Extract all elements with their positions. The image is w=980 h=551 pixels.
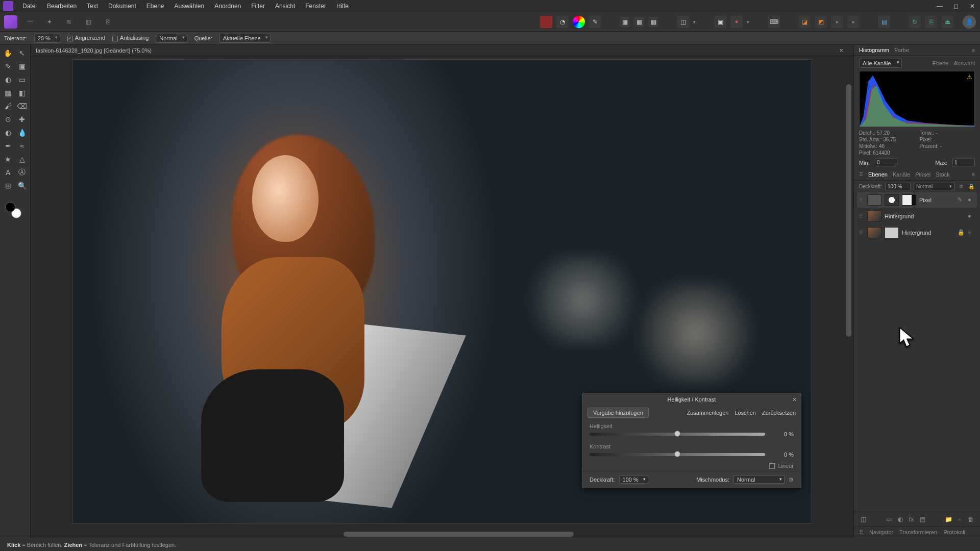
horizontal-scrollbar[interactable]	[31, 531, 853, 538]
add-mask-icon[interactable]: ▭	[885, 515, 893, 523]
dialog-close-icon[interactable]: ✕	[792, 396, 797, 403]
text-tool-icon[interactable]: A	[2, 166, 14, 179]
tab-channels[interactable]: Kanäle	[893, 171, 910, 178]
layer-thumb-icon[interactable]	[867, 211, 881, 222]
color-wheel-icon[interactable]	[573, 16, 585, 28]
persona-photo-icon[interactable]: 〰	[23, 15, 37, 29]
adjustment-thumb-icon[interactable]	[885, 194, 899, 206]
layer-row[interactable]: ⠿ Hintergrund ●	[857, 209, 977, 224]
tab-history[interactable]: Protokoll	[943, 529, 965, 536]
tab-histogram[interactable]: Histogramm	[859, 47, 889, 53]
layer-thumb-icon[interactable]	[867, 194, 881, 206]
frame-text-tool-icon[interactable]: Ⓐ	[16, 166, 29, 179]
min-input[interactable]	[875, 159, 897, 166]
vector-tool-icon[interactable]: △	[16, 153, 29, 165]
heal-tool-icon[interactable]: ✚	[16, 113, 29, 126]
brightness-slider[interactable]	[590, 433, 765, 436]
document-tab[interactable]: fashion-6146328_1920.jpg [Geändert] (75.…	[36, 47, 152, 54]
document-close-icon[interactable]: ×	[839, 46, 843, 54]
layer-lock-icon[interactable]: 🔒	[968, 183, 975, 190]
menu-edit[interactable]: Bearbeiten	[47, 3, 77, 10]
layer-row[interactable]: ⠿ Pixel ✎ ●	[857, 192, 977, 208]
paint-brush-tool-icon[interactable]: 🖌	[2, 100, 14, 112]
pen-tool-icon[interactable]: ✒	[2, 140, 14, 152]
autocontrast-icon[interactable]: ✎	[589, 16, 601, 28]
linear-checkbox[interactable]	[769, 463, 775, 469]
mesh-tool-icon[interactable]: ⊞	[2, 180, 14, 192]
menu-help[interactable]: Hilfe	[336, 3, 349, 10]
arrange-front-icon[interactable]: ◩	[815, 16, 827, 28]
dodge-tool-icon[interactable]: ◐	[2, 127, 14, 139]
layer-drag-icon[interactable]: ⠿	[859, 214, 864, 219]
menu-filter[interactable]: Filter	[251, 3, 265, 10]
mode-select[interactable]: Normal	[156, 34, 187, 43]
selection-brush-tool-icon[interactable]: ◐	[2, 73, 14, 86]
delete-button[interactable]: Löschen	[734, 410, 756, 416]
layer-visible-icon[interactable]: ●	[968, 196, 975, 204]
delete-layer-icon[interactable]: 🗑	[967, 515, 975, 523]
layer-name[interactable]: Pixel	[919, 197, 954, 203]
move-tool-icon[interactable]: ↖	[16, 47, 29, 59]
add-adjustment-icon[interactable]: ◐	[896, 515, 904, 523]
merge-button[interactable]: Zusammenlegen	[687, 410, 728, 416]
tab-transform[interactable]: Transformieren	[899, 529, 937, 536]
layer-thumb2-icon[interactable]	[885, 227, 899, 238]
add-live-icon[interactable]: ▤	[919, 515, 927, 523]
panel-drag-icon[interactable]: ⠿	[859, 171, 863, 178]
hand-tool-icon[interactable]: ✋	[2, 47, 14, 59]
sync1-icon[interactable]: ↻	[909, 16, 921, 28]
erase-tool-icon[interactable]: ⌫	[16, 100, 29, 112]
menu-select[interactable]: Auswählen	[174, 3, 204, 10]
zoom-tool-icon[interactable]: 🔍	[16, 180, 29, 192]
contrast-slider[interactable]	[590, 453, 765, 456]
color-swatches[interactable]	[5, 202, 21, 218]
smudge-tool-icon[interactable]: ≈	[16, 140, 29, 152]
minimize-button[interactable]: —	[936, 3, 943, 10]
tolerance-input[interactable]: 20 %	[34, 34, 60, 43]
maximize-button[interactable]: ◻	[952, 3, 960, 10]
sync3-icon[interactable]: ⏏	[941, 16, 953, 28]
camera-icon[interactable]: ⌨	[768, 16, 780, 28]
histogram-mode-selection[interactable]: Auswahl	[953, 60, 975, 66]
dialog-blendmode-select[interactable]: Normal	[733, 475, 785, 484]
add-preset-button[interactable]: Vorgabe hinzufügen	[587, 408, 649, 418]
tab-layers[interactable]: Ebenen	[868, 171, 888, 178]
layer-drag-icon[interactable]: ⠿	[859, 197, 864, 203]
crop-tool-icon[interactable]: ▣	[16, 60, 29, 72]
layer-visible-icon[interactable]: ●	[968, 213, 975, 220]
persona-export-icon[interactable]: ⎘	[101, 15, 114, 29]
menu-arrange[interactable]: Anordnen	[214, 3, 241, 10]
vertical-scrollbar[interactable]	[846, 56, 851, 523]
foreground-color-swatch[interactable]	[5, 202, 15, 212]
layer-name[interactable]: Hintergrund	[902, 230, 954, 236]
studio-icon[interactable]: ◫	[859, 515, 867, 523]
quickmask-icon[interactable]: ◫	[677, 16, 689, 28]
menu-window[interactable]: Fenster	[305, 3, 326, 10]
dialog-opacity-input[interactable]: 100 %	[619, 475, 648, 484]
persona-tone-icon[interactable]: ▥	[82, 15, 95, 29]
arrange-dim2-icon[interactable]: ▫	[847, 16, 860, 28]
antialias-checkbox[interactable]	[112, 36, 118, 41]
tab-navigator[interactable]: Navigator	[869, 529, 893, 536]
selection-new-icon[interactable]: ▦	[620, 17, 630, 27]
reset-button[interactable]: Zurücksetzen	[762, 410, 796, 416]
sync2-icon[interactable]: ⎘	[925, 16, 937, 28]
shape-tool-icon[interactable]: ★	[2, 153, 14, 165]
add-fx-icon[interactable]: fx	[908, 515, 916, 523]
close-button[interactable]: ✕	[969, 3, 976, 10]
menu-document[interactable]: Dokument	[108, 3, 136, 10]
panel-menu-icon[interactable]: ≡	[972, 47, 975, 53]
panel-drag2-icon[interactable]: ⠿	[859, 529, 863, 536]
account-avatar-icon[interactable]: 👤	[963, 15, 976, 29]
menu-view[interactable]: Ansicht	[275, 3, 295, 10]
brightness-contrast-dialog[interactable]: Helligkeit / Kontrast ✕ Vorgabe hinzufüg…	[582, 393, 801, 488]
color-picker-tool-icon[interactable]: ✎	[2, 60, 14, 72]
group-icon[interactable]: 📁	[944, 515, 952, 523]
blur-tool-icon[interactable]: 💧	[16, 127, 29, 139]
target-chevron-icon[interactable]: ▾	[747, 19, 749, 24]
gradient-tool-icon[interactable]: ◧	[16, 87, 29, 99]
tab-stock[interactable]: Stock	[936, 171, 950, 178]
source-select[interactable]: Aktuelle Ebene	[219, 34, 271, 43]
quickmask-chevron-icon[interactable]: ▾	[693, 19, 696, 24]
selection-add-icon[interactable]: ▦	[634, 17, 644, 27]
